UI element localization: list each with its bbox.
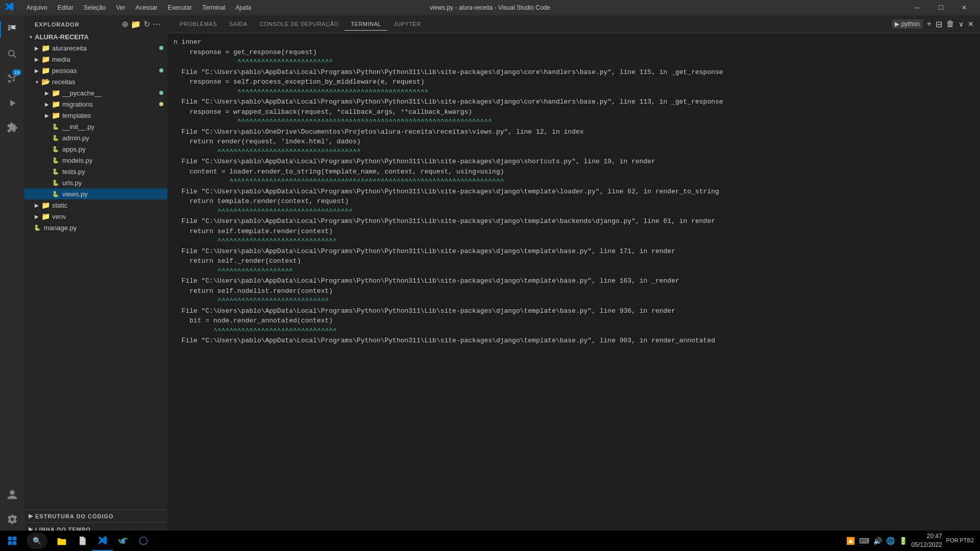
terminal-line: File "C:\Users\pablo\AppData\Local\Progr…	[174, 157, 974, 167]
tree-item-receitas[interactable]: ▾ 📂 receitas	[24, 76, 167, 87]
tray-expand[interactable]: 🔼	[846, 537, 855, 545]
svg-line-1	[13, 55, 16, 58]
terminal-line: ^^^^^^^^^^^^^^^^^^^^^^^^	[174, 57, 974, 67]
menu-terminal[interactable]: Terminal	[198, 3, 229, 12]
activitybar-source-control[interactable]: 19	[0, 66, 24, 91]
tree-item-views[interactable]: 🐍 views.py	[24, 188, 167, 199]
terminal-line: ^^^^^^^^^^^^^^^^^^^^^^^^^^^^	[174, 296, 974, 306]
tree-item-migrations[interactable]: ▶ 📁 migrations	[24, 98, 167, 110]
svg-rect-4	[8, 541, 12, 545]
tray-network[interactable]: 🌐	[886, 537, 895, 545]
tray-keyboard[interactable]: ⌨	[859, 537, 869, 545]
tray-language[interactable]: POR PTB2	[946, 537, 974, 544]
tree-item-pycache[interactable]: ▶ 📁 __pycache__	[24, 87, 167, 98]
tab-jupyter[interactable]: JUPYTER	[387, 18, 427, 31]
tree-item-models[interactable]: 🐍 models.py	[24, 155, 167, 166]
svg-rect-5	[13, 541, 17, 545]
svg-rect-3	[13, 537, 17, 541]
menu-selecao[interactable]: Seleção	[80, 3, 110, 12]
terminal-line: File "C:\Users\pablo\AppData\Local\Progr…	[174, 67, 974, 78]
taskbar-pgadmin[interactable]	[133, 531, 154, 551]
tree-label: __init__.py	[62, 123, 94, 131]
delete-terminal-icon[interactable]: 🗑	[946, 19, 954, 29]
taskbar-files[interactable]	[72, 531, 92, 551]
terminal-line: ^^^^^^^^^^^^^^^^^^^^^^^^^^^^^^^^^^^^	[174, 147, 974, 157]
menu-arquivo[interactable]: Arquivo	[22, 3, 52, 12]
new-file-icon[interactable]: ⊕	[121, 19, 129, 29]
terminal-line: return self.nodelist.render(context)	[174, 286, 974, 296]
py-file-icon: 🐍	[51, 178, 60, 187]
tray-battery[interactable]: 🔋	[899, 537, 908, 545]
terminal-python-btn[interactable]: ▶ python	[892, 19, 923, 29]
menu-executar[interactable]: Executar	[164, 3, 196, 12]
tree-item-media[interactable]: ▶ 📁 media	[24, 54, 167, 65]
tree-item-tests[interactable]: 🐍 tests.py	[24, 166, 167, 177]
menu-editar[interactable]: Editar	[54, 3, 78, 12]
tree-label: urls.py	[62, 179, 82, 187]
tree-item-admin[interactable]: 🐍 admin.py	[24, 132, 167, 143]
folder-arrow: ▾	[33, 78, 41, 86]
maximize-button[interactable]: ☐	[929, 0, 952, 15]
menu-ver[interactable]: Ver	[112, 3, 129, 12]
modified-indicator	[159, 102, 163, 106]
tab-saida[interactable]: SAÍDA	[223, 18, 254, 31]
py-file-icon: 🐍	[33, 223, 42, 232]
tab-terminal[interactable]: TERMINAL	[345, 18, 387, 31]
activitybar-run[interactable]	[0, 91, 24, 115]
taskbar-vscode[interactable]	[92, 531, 113, 551]
window-title: views.py - alura-receita - Visual Studio…	[430, 4, 550, 11]
menu-acessar[interactable]: Acessar	[131, 3, 161, 12]
tray-volume[interactable]: 🔊	[873, 537, 882, 545]
activitybar-accounts[interactable]	[0, 483, 24, 507]
tree-item-apps[interactable]: 🐍 apps.py	[24, 143, 167, 155]
panel-chevron-down[interactable]: ∨	[959, 20, 964, 28]
sidebar-structure-section[interactable]: ▶ ESTRUTURA DO CÓDIGO	[24, 509, 167, 522]
activitybar-search[interactable]	[0, 42, 24, 66]
tree-item-static[interactable]: ▶ 📁 static	[24, 199, 167, 211]
tree-item-venv[interactable]: ▶ 📁 venv	[24, 211, 167, 222]
terminal-line: return template.render(context, request)	[174, 196, 974, 207]
root-label: ALURA-RECEITA	[35, 33, 89, 41]
tab-problemas[interactable]: PROBLEMAS	[174, 18, 223, 31]
tree-label: alurareceita	[52, 44, 87, 52]
tree-label: pessoas	[52, 67, 77, 74]
collapse-icon[interactable]: ⋯	[153, 19, 161, 29]
folder-arrow: ▶	[33, 212, 41, 220]
close-button[interactable]: ✕	[952, 0, 976, 15]
tree-item-init[interactable]: 🐍 __init__.py	[24, 121, 167, 132]
new-folder-icon[interactable]: 📁	[131, 19, 141, 29]
tree-label: migrations	[62, 101, 93, 108]
terminal-output[interactable]: n inner response = get_response(request)…	[167, 33, 980, 536]
tree-item-alurareceita[interactable]: ▶ 📁 alurareceita	[24, 42, 167, 54]
svg-rect-2	[8, 537, 12, 541]
tab-console[interactable]: CONSOLE DE DEPURAÇÃO	[253, 18, 345, 31]
svg-point-0	[9, 51, 14, 56]
terminal-line: return self.template.render(context)	[174, 227, 974, 237]
tree-root[interactable]: ▾ ALURA-RECEITA	[24, 31, 167, 42]
activitybar-extensions[interactable]	[0, 115, 24, 140]
split-terminal-icon[interactable]: ⊟	[936, 19, 942, 29]
terminal-line: ^^^^^^^^^^^^^^^^^^^^^^^^^^^^^^^^^^^^^^^^…	[174, 117, 974, 127]
python-label: python	[901, 20, 920, 28]
terminal-line: content = loader.render_to_string(templa…	[174, 167, 974, 177]
window-controls: ─ ☐ ✕	[905, 0, 976, 15]
minimize-button[interactable]: ─	[905, 0, 929, 15]
tree-item-pessoas[interactable]: ▶ 📁 pessoas	[24, 65, 167, 76]
tree-item-templates[interactable]: ▶ 📁 templates	[24, 110, 167, 121]
taskbar-search[interactable]: 🔍	[27, 533, 47, 549]
tree-label: receitas	[52, 78, 76, 86]
taskbar-explorer[interactable]	[52, 531, 72, 551]
taskbar-clock[interactable]: 20:47 05/12/2022	[912, 532, 942, 549]
activitybar-explorer[interactable]	[0, 17, 24, 42]
tree-item-manage[interactable]: 🐍 manage.py	[24, 222, 167, 233]
refresh-icon[interactable]: ↻	[143, 19, 151, 29]
start-button[interactable]	[2, 531, 22, 551]
new-terminal-icon[interactable]: +	[927, 19, 932, 29]
folder-icon: 📁	[41, 66, 50, 75]
activitybar-settings[interactable]	[0, 507, 24, 532]
menu-ajuda[interactable]: Ajuda	[232, 3, 256, 12]
panel-close-icon[interactable]: ✕	[968, 20, 974, 28]
tree-item-urls[interactable]: 🐍 urls.py	[24, 177, 167, 188]
taskbar-chrome[interactable]	[113, 531, 133, 551]
terminal-line: File "C:\Users\pablo\AppData\Local\Progr…	[174, 336, 974, 346]
